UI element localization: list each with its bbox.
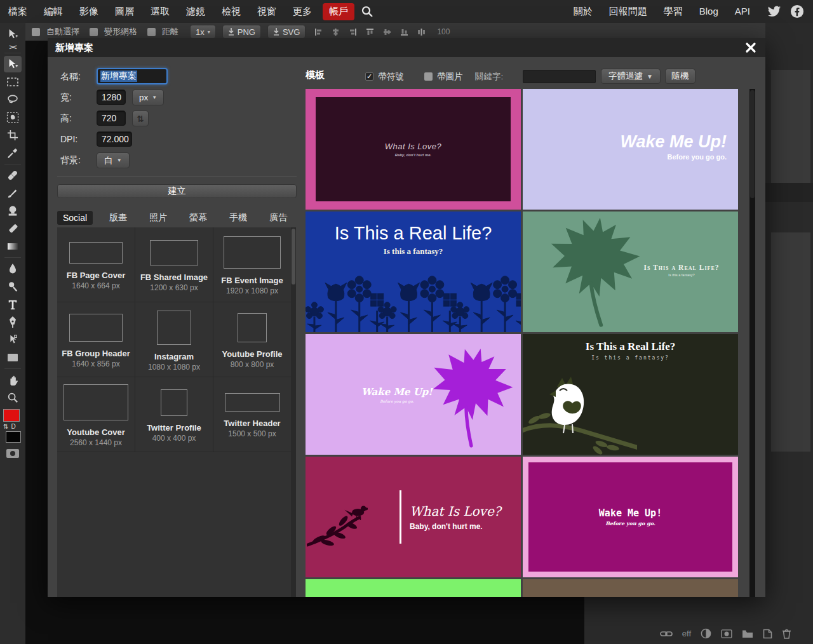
width-input[interactable]: 1280 xyxy=(97,90,126,105)
with-symbols-checkbox[interactable]: ✓ xyxy=(365,72,373,81)
preset-scrollbar[interactable] xyxy=(291,227,296,597)
pen-tool[interactable] xyxy=(4,314,22,330)
tab-print[interactable]: 版畫 xyxy=(104,210,133,225)
background-select[interactable]: 白 ▼ xyxy=(97,152,130,168)
crop-tool[interactable] xyxy=(4,127,22,144)
close-dialog-button[interactable] xyxy=(742,39,759,56)
foreground-color-swatch[interactable] xyxy=(3,409,20,422)
unit-select[interactable]: px ▼ xyxy=(132,90,164,105)
keyword-input[interactable] xyxy=(523,70,596,83)
distribute-h-icon[interactable] xyxy=(417,28,426,36)
tab-ads[interactable]: 廣告 xyxy=(264,210,293,225)
twitter-icon[interactable] xyxy=(767,4,781,18)
move-tool[interactable] xyxy=(4,56,22,72)
dodge-tool[interactable] xyxy=(4,278,22,295)
menu-window[interactable]: 視窗 xyxy=(249,0,285,23)
dpi-input[interactable]: 72.000 xyxy=(97,131,132,147)
template-wake-me-up-lavender[interactable]: Wake Me Up! Before you go go. xyxy=(523,89,738,210)
preset-fb-shared-image[interactable]: FB Shared Image 1200 x 630 px xyxy=(135,227,213,302)
menu-report-issue[interactable]: 回報問題 xyxy=(601,0,655,23)
account-button[interactable]: 帳戶 xyxy=(323,3,354,20)
template-real-life-green-leaf[interactable]: Is This a Real Life? Is this a fantasy? xyxy=(523,211,738,332)
search-icon[interactable] xyxy=(361,5,373,18)
templates-scrollbar[interactable] xyxy=(749,89,755,597)
with-images-checkbox[interactable] xyxy=(424,72,433,81)
menu-learn[interactable]: 學習 xyxy=(655,0,691,23)
template-real-life-dark-bird[interactable]: Is This a Real Life? Is this a fantasy? xyxy=(523,334,738,455)
export-png-button[interactable]: PNG xyxy=(222,25,261,39)
layer-mask-icon[interactable] xyxy=(721,629,732,638)
align-top-icon[interactable] xyxy=(366,28,374,36)
tab-screen[interactable]: 螢幕 xyxy=(184,210,213,225)
type-tool[interactable] xyxy=(4,296,22,312)
collapsed-panel[interactable] xyxy=(771,70,810,183)
blur-tool[interactable] xyxy=(4,260,22,277)
delete-layer-icon[interactable] xyxy=(782,629,791,639)
template-wake-me-up-violet-leaf[interactable]: Wake Me Up! Before you go go. xyxy=(306,334,521,455)
height-input[interactable]: 720 xyxy=(97,111,126,126)
path-select-tool[interactable] xyxy=(4,332,22,348)
template-partial-brown[interactable] xyxy=(523,579,738,597)
quick-selection-tool[interactable] xyxy=(4,109,22,126)
menu-api[interactable]: API xyxy=(727,0,758,23)
project-name-input[interactable]: 新增專案 xyxy=(97,68,168,84)
healing-brush-tool[interactable] xyxy=(4,167,22,184)
create-button[interactable]: 建立 xyxy=(57,184,297,198)
link-layers-icon[interactable] xyxy=(660,630,673,638)
scrollbar-thumb[interactable] xyxy=(292,229,295,285)
facebook-icon[interactable] xyxy=(790,4,804,18)
align-bottom-icon[interactable] xyxy=(400,28,408,36)
menu-view[interactable]: 檢視 xyxy=(213,0,249,23)
eraser-tool[interactable] xyxy=(4,220,22,237)
align-middle-icon[interactable] xyxy=(383,28,391,36)
tab-mobile[interactable]: 手機 xyxy=(224,210,253,225)
hand-tool[interactable] xyxy=(4,372,22,388)
preset-fb-page-cover[interactable]: FB Page Cover 1640 x 664 px xyxy=(57,227,135,302)
tab-photo[interactable]: 照片 xyxy=(144,210,173,225)
layer-effects-button[interactable]: eff xyxy=(682,629,691,638)
swap-dimensions-button[interactable]: ⇅ xyxy=(132,111,149,126)
lasso-tool[interactable] xyxy=(4,91,22,108)
rectangle-select-tool[interactable] xyxy=(4,74,22,90)
menu-about[interactable]: 關於 xyxy=(565,0,601,23)
collapsed-panel[interactable] xyxy=(771,232,810,452)
menu-layer[interactable]: 圖層 xyxy=(107,0,142,23)
menu-file[interactable]: 檔案 xyxy=(0,0,36,23)
adjustment-layer-icon[interactable] xyxy=(701,628,711,639)
default-colors-button[interactable]: D xyxy=(11,423,15,430)
swap-colors-button[interactable]: ⇅ xyxy=(3,423,8,430)
brush-tool[interactable] xyxy=(4,185,22,201)
menu-image[interactable]: 影像 xyxy=(71,0,107,23)
zoom-factor-select[interactable]: 1x ▾ xyxy=(190,25,216,39)
menu-select[interactable]: 選取 xyxy=(142,0,178,23)
eyedropper-tool[interactable] xyxy=(4,145,22,161)
gradient-tool[interactable] xyxy=(4,238,22,255)
template-what-is-love-crimson[interactable]: What Is Love? Baby, don't hurt me. xyxy=(306,457,521,577)
menu-filter[interactable]: 濾鏡 xyxy=(178,0,213,23)
quick-mask-button[interactable] xyxy=(4,445,22,462)
align-left-icon[interactable] xyxy=(314,28,323,36)
shape-tool[interactable] xyxy=(4,349,22,366)
template-wake-me-up-magenta-framed[interactable]: Wake Me Up! Before you go go. xyxy=(523,457,738,577)
preset-youtube-cover[interactable]: Youtube Cover 2560 x 1440 px xyxy=(57,377,135,452)
preset-twitter-profile[interactable]: Twitter Profile 400 x 400 px xyxy=(135,377,213,452)
new-layer-icon[interactable] xyxy=(763,629,772,639)
preset-fb-group-header[interactable]: FB Group Header 1640 x 856 px xyxy=(57,302,135,377)
clone-stamp-tool[interactable] xyxy=(4,203,22,219)
background-color-swatch[interactable] xyxy=(6,431,21,443)
preset-instagram[interactable]: Instagram 1080 x 1080 px xyxy=(135,302,213,377)
font-filter-button[interactable]: 字體過濾 ▼ xyxy=(601,69,661,84)
template-what-is-love-framed[interactable]: What Is Love? Baby, don't hurt me. xyxy=(306,89,521,210)
menu-blog[interactable]: Blog xyxy=(691,0,727,23)
preset-fb-event-image[interactable]: FB Event Image 1920 x 1080 px xyxy=(213,227,291,302)
auto-select-checkbox[interactable] xyxy=(32,28,40,36)
tab-social[interactable]: Social xyxy=(57,211,93,225)
export-svg-button[interactable]: SVG xyxy=(267,25,306,39)
zoom-tool[interactable] xyxy=(4,389,22,406)
collapse-toolbar-button[interactable]: >< xyxy=(10,43,17,51)
menu-edit[interactable]: 編輯 xyxy=(36,0,71,23)
align-right-icon[interactable] xyxy=(349,28,357,36)
scrollbar-thumb[interactable] xyxy=(750,90,755,198)
distance-checkbox[interactable] xyxy=(147,28,156,36)
align-center-h-icon[interactable] xyxy=(332,28,340,36)
